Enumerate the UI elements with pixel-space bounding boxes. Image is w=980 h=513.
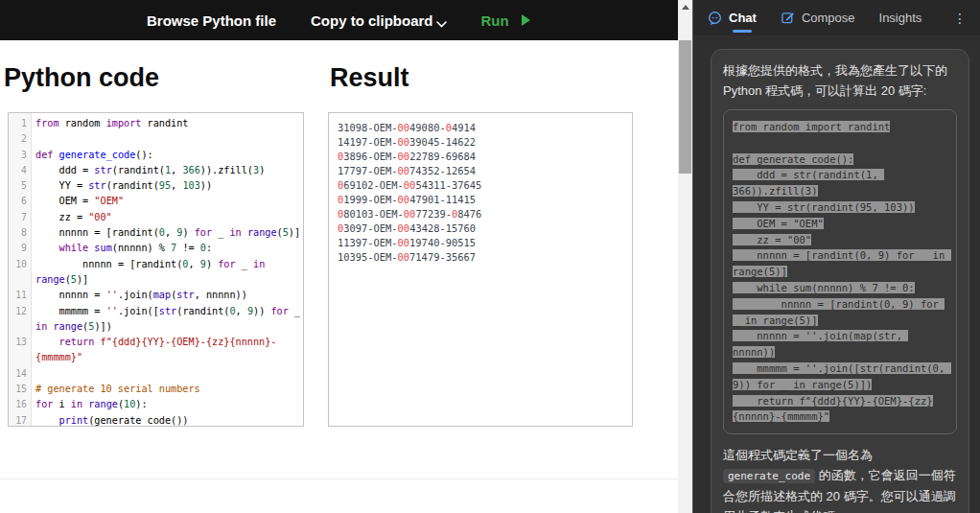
leading-zero: 0: [338, 151, 343, 162]
result-line: 03097-OEM-0043428-15760: [338, 222, 632, 236]
line-number: 10: [9, 257, 31, 289]
leading-zero: 0: [338, 194, 343, 205]
tab-insights[interactable]: Insights: [879, 0, 922, 35]
chat-code-line: while sum(nnnnn) % 7 != 0:: [733, 280, 947, 296]
compose-icon: [781, 11, 795, 25]
leading-zero: 00: [398, 251, 410, 263]
code-line-text: from random import randint: [31, 116, 303, 131]
line-number: 15: [9, 382, 31, 397]
page-scrollbar[interactable]: [678, 0, 692, 513]
code-editor[interactable]: 1from random import randint2 3def genera…: [8, 112, 304, 427]
code-line: 14: [9, 366, 303, 382]
code-line-text: print(generate_code()): [31, 413, 303, 427]
chat-code-line: mmmmm = ''.join([str(randint(0, 9)) for …: [733, 361, 947, 393]
run-button-label: Run: [481, 12, 509, 29]
line-number: 16: [9, 397, 31, 412]
run-button[interactable]: Run: [481, 12, 530, 29]
line-number: 8: [9, 225, 31, 241]
code-line: 7 zz = "00": [9, 210, 303, 225]
leading-zero: 0: [338, 208, 343, 220]
code-line-text: ddd = str(randint(1, 366)).zfill(3): [31, 163, 303, 178]
leading-zero: 00: [398, 165, 410, 176]
chat-code-line: ddd = str(randint(1, 366)).zfill(3): [733, 167, 947, 199]
code-line-text: # generate 10 serial numbers: [31, 382, 303, 397]
result-line: 10395-OEM-0071479-35667: [338, 250, 632, 265]
code-line-text: return f"{ddd}{YY}-{OEM}-{zz}{nnnnn}-{mm…: [31, 335, 303, 366]
web-page: Browse Python file Copy to clipboard Run…: [0, 0, 678, 513]
result-line: 01999-OEM-0047901-11415: [338, 193, 632, 207]
code-line: 12 mmmmm = ''.join([str(randint(0, 9)) f…: [9, 304, 303, 336]
chat-code-line: from random import randint: [733, 119, 947, 135]
python-code-heading: Python code: [4, 63, 159, 93]
copy-button-label: Copy to clipboard: [311, 12, 433, 29]
line-number: 7: [9, 210, 31, 225]
code-line-text: [31, 131, 303, 147]
code-line: 17 print(generate_code()): [9, 413, 303, 427]
code-line: 11 nnnnn = ''.join(map(str, nnnnn)): [9, 288, 303, 303]
leading-zero: 00: [398, 222, 410, 234]
result-heading: Result: [330, 63, 409, 93]
chat-code-line: [733, 135, 947, 152]
leading-zero: 0: [338, 179, 343, 191]
kebab-menu-icon[interactable]: ⋮: [949, 9, 970, 28]
result-output: 31098-OEM-0049080-0491414197-OEM-0039045…: [328, 112, 633, 427]
code-line: 16for i in range(10):: [9, 397, 303, 412]
code-editor-lines: 1from random import randint2 3def genera…: [9, 116, 303, 427]
play-icon: [522, 14, 530, 26]
code-line: 5 YY = str(randint(95, 103)): [9, 178, 303, 194]
code-line: 9 while sum(nnnnn) % 7 != 0:: [9, 241, 303, 256]
line-number: 17: [9, 413, 31, 427]
scroll-up-button[interactable]: [678, 0, 692, 14]
code-line: 8 nnnnn = [randint(0, 9) for _ in range(…: [9, 225, 303, 241]
chat-code-line: OEM = "OEM": [733, 216, 947, 232]
tab-compose-label: Compose: [802, 11, 855, 25]
scroll-up-arrow-icon: [682, 5, 689, 10]
code-line: 1from random import randint: [9, 116, 303, 131]
code-line: 6 OEM = "OEM": [9, 194, 303, 209]
outro-text-before: 這個程式碼定義了一個名為: [723, 448, 873, 462]
copy-to-clipboard-button[interactable]: Copy to clipboard: [311, 12, 447, 29]
line-number: 14: [9, 366, 31, 382]
leading-zero: 0: [452, 208, 457, 220]
line-number: 5: [9, 178, 31, 194]
browser-window: Browse Python file Copy to clipboard Run…: [0, 0, 980, 513]
code-line-text: mmmmm = ''.join([str(randint(0, 9)) for …: [31, 304, 303, 336]
leading-zero: 00: [404, 179, 416, 191]
leading-zero: 00: [398, 122, 410, 133]
line-number: 9: [9, 241, 31, 256]
code-line-text: nnnnn = [randint(0, 9) for _ in range(5)…: [31, 225, 303, 241]
tab-chat[interactable]: Chat: [708, 0, 757, 35]
browse-button-label: Browse Python file: [147, 12, 276, 29]
result-line: 080103-OEM-0077239-08476: [338, 207, 632, 222]
app-toolbar: Browse Python file Copy to clipboard Run: [0, 0, 678, 40]
chat-code-line: return f"{ddd}{YY}-{OEM}-{zz}{nnnnn}-{mm…: [733, 393, 947, 426]
code-line-text: def generate_code():: [31, 148, 303, 163]
result-line: 31098-OEM-0049080-04914: [338, 121, 632, 135]
browse-python-file-button[interactable]: Browse Python file: [147, 12, 276, 29]
code-line: 4 ddd = str(randint(1, 366)).zfill(3): [9, 163, 303, 178]
inline-code-chip: generate_code: [723, 469, 815, 483]
leading-zero: 00: [398, 136, 410, 148]
chat-bubble-icon: [708, 11, 722, 25]
code-line: 3def generate_code():: [9, 148, 303, 163]
chat-code-line: nnnnn = [randint(0, 9) for _ in range(5)…: [733, 296, 947, 329]
leading-zero: 00: [398, 194, 410, 205]
chat-code-block: from random import randint def generate_…: [723, 109, 957, 434]
code-line-text: zz = "00": [31, 210, 303, 225]
assistant-tabbar: Chat Compose Insights ⋮: [693, 0, 980, 35]
code-line: 15# generate 10 serial numbers: [9, 382, 303, 397]
leading-zero: 0: [446, 122, 452, 133]
result-line: 069102-OEM-0054311-37645: [338, 178, 632, 193]
line-number: 12: [9, 304, 31, 336]
scrollbar-thumb[interactable]: [679, 40, 691, 174]
tab-compose[interactable]: Compose: [781, 0, 855, 35]
code-line-text: for i in range(10):: [31, 397, 303, 412]
chat-code-line: YY = str(randint(95, 103)): [733, 199, 947, 216]
code-line: 2: [9, 131, 303, 147]
leading-zero: 00: [398, 237, 410, 248]
code-line-text: [31, 366, 303, 382]
line-number: 1: [9, 116, 31, 131]
chat-code-line: nnnnn = [randint(0, 9) for _ in range(5)…: [733, 247, 947, 280]
code-line-text: YY = str(randint(95, 103)): [31, 178, 303, 194]
chat-code-line: nnnnn = ''.join(map(str, nnnnn)): [733, 328, 947, 361]
